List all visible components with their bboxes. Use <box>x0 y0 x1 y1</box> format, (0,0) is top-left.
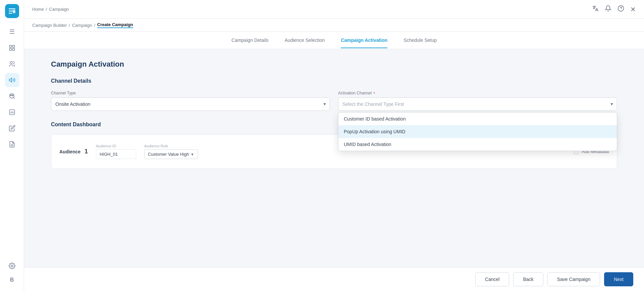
breadcrumb: Home / Campaign <box>32 7 69 12</box>
audience-rule-label: Audience Rule <box>144 144 198 148</box>
sidebar-item-dashboard[interactable] <box>5 41 19 55</box>
dropdown-option-customer-id[interactable]: Customer ID based Activation <box>338 113 617 125</box>
footer: Cancel Back Save Campaign Next <box>24 267 644 291</box>
breadcrumb-sep1: / <box>46 7 47 12</box>
channel-type-select-wrapper: Onsite Activation ▼ <box>51 97 330 111</box>
channel-type-group: Channel Type Onsite Activation ▼ <box>51 91 330 111</box>
dropdown-option-umid[interactable]: UMID based Activation <box>338 138 617 151</box>
svg-line-8 <box>13 97 14 99</box>
tab-bar: Campaign Details Audience Selection Camp… <box>24 32 644 49</box>
svg-rect-0 <box>13 10 15 13</box>
sidebar-item-menu[interactable]: ☰ <box>5 25 19 39</box>
channel-type-value: Onsite Activation <box>55 101 90 107</box>
sidebar-item-documents[interactable] <box>5 137 19 151</box>
svg-rect-3 <box>9 49 11 51</box>
activation-channel-select[interactable]: Select the Channel Type First <box>338 97 617 111</box>
breadcrumb-sep3: / <box>94 23 95 28</box>
sidebar-item-editor[interactable] <box>5 121 19 135</box>
audience-rule-field: Audience Rule Customer Value High ▼ <box>144 144 198 159</box>
breadcrumb-home[interactable]: Home <box>32 7 44 12</box>
activation-channel-dropdown: Customer ID based Activation PopUp Activ… <box>338 112 617 151</box>
tab-audience-selection[interactable]: Audience Selection <box>285 33 325 48</box>
audience-id-input[interactable]: HIGH_01 <box>96 149 136 159</box>
svg-point-10 <box>12 95 13 96</box>
svg-rect-4 <box>12 49 14 51</box>
breadcrumb-sep2: / <box>69 23 70 28</box>
close-icon[interactable]: ✕ <box>630 5 636 13</box>
svg-rect-2 <box>12 46 14 48</box>
cancel-button[interactable]: Cancel <box>475 272 509 286</box>
audience-rule-select[interactable]: Customer Value High ▼ <box>144 149 198 159</box>
audience-rule-value: Customer Value High <box>148 152 189 157</box>
breadcrumb-campaign[interactable]: Campaign <box>49 7 69 12</box>
activation-channel-label: Activation Channel • <box>338 91 617 95</box>
tab-campaign-activation[interactable]: Campaign Activation <box>341 33 387 48</box>
svg-point-5 <box>10 62 12 64</box>
svg-point-7 <box>9 94 14 98</box>
breadcrumb-builder[interactable]: Campaign Builder <box>32 23 67 28</box>
secondary-breadcrumb: Campaign Builder / Campaign / Create Cam… <box>24 19 644 32</box>
svg-marker-6 <box>9 78 12 82</box>
page-title: Campaign Activation <box>51 60 617 69</box>
sidebar: ☰ <box>0 0 24 291</box>
translate-icon[interactable] <box>592 5 599 13</box>
sidebar-item-settings[interactable] <box>5 259 19 273</box>
audience-id-label: Audience ID <box>96 144 136 148</box>
save-campaign-button[interactable]: Save Campaign <box>547 272 600 286</box>
back-button[interactable]: Back <box>513 272 543 286</box>
content-area: Campaign Activation Channel Details Chan… <box>24 49 644 291</box>
tab-schedule-setup[interactable]: Schedule Setup <box>404 33 437 48</box>
sidebar-item-reports[interactable] <box>5 105 19 119</box>
sidebar-item-branding[interactable]: B <box>5 273 19 287</box>
svg-rect-1 <box>9 46 11 48</box>
channel-details-row: Channel Type Onsite Activation ▼ Activat… <box>51 91 617 111</box>
app-logo[interactable] <box>5 4 19 18</box>
activation-channel-group: Activation Channel • Select the Channel … <box>338 91 617 111</box>
breadcrumb-create: Create Campaign <box>97 22 133 28</box>
logo-icon <box>8 7 16 15</box>
breadcrumb-campaign2[interactable]: Campaign <box>72 23 92 28</box>
tab-campaign-details[interactable]: Campaign Details <box>231 33 269 48</box>
dropdown-option-popup-umid[interactable]: PopUp Activation using UMID <box>338 125 617 138</box>
help-icon[interactable] <box>618 5 624 13</box>
sidebar-item-users[interactable] <box>5 57 19 71</box>
audience-rule-chevron-icon: ▼ <box>191 152 194 156</box>
required-indicator: • <box>373 91 375 95</box>
notifications-icon[interactable] <box>605 5 611 13</box>
channel-section-title: Channel Details <box>51 78 617 84</box>
topbar: Home / Campaign <box>24 0 644 19</box>
activation-channel-select-wrapper: Select the Channel Type First ▼ Customer… <box>338 97 617 111</box>
activation-channel-placeholder: Select the Channel Type First <box>342 101 404 107</box>
topbar-actions: ✕ <box>592 5 636 13</box>
audience-label: Audience 1 <box>59 148 88 155</box>
sidebar-item-audience-search[interactable] <box>5 89 19 103</box>
channel-type-label: Channel Type <box>51 91 330 95</box>
svg-point-9 <box>10 95 11 96</box>
main-area: Home / Campaign <box>24 0 644 291</box>
audience-num: 1 <box>85 148 88 155</box>
sidebar-item-campaigns[interactable] <box>5 73 19 87</box>
next-button[interactable]: Next <box>604 272 633 286</box>
channel-type-select[interactable]: Onsite Activation <box>51 97 330 111</box>
svg-point-17 <box>11 265 13 267</box>
audience-id-field: Audience ID HIGH_01 <box>96 144 136 159</box>
